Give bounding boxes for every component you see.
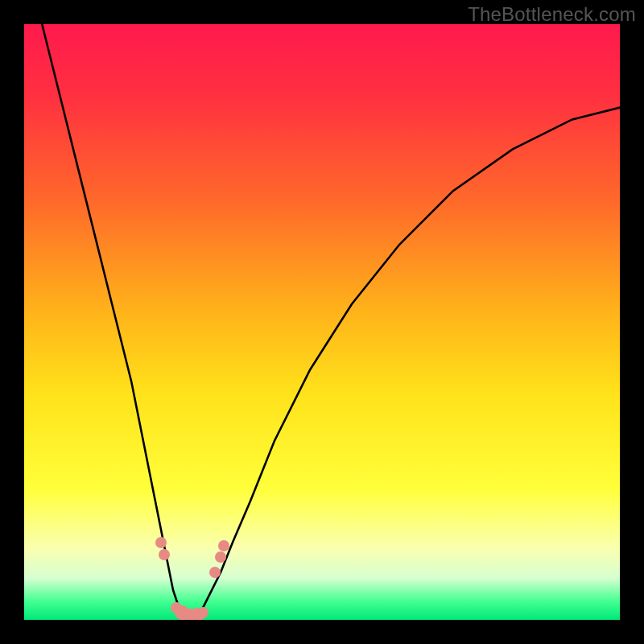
data-marker — [159, 549, 170, 560]
watermark-text: TheBottleneck.com — [468, 3, 636, 26]
plot-area — [24, 24, 620, 620]
bottleneck-curve — [24, 24, 620, 620]
data-marker — [155, 537, 167, 548]
chart-frame: TheBottleneck.com — [0, 0, 644, 644]
data-marker — [209, 567, 221, 578]
data-marker — [197, 607, 208, 618]
data-marker — [215, 551, 226, 563]
data-marker — [218, 540, 229, 551]
